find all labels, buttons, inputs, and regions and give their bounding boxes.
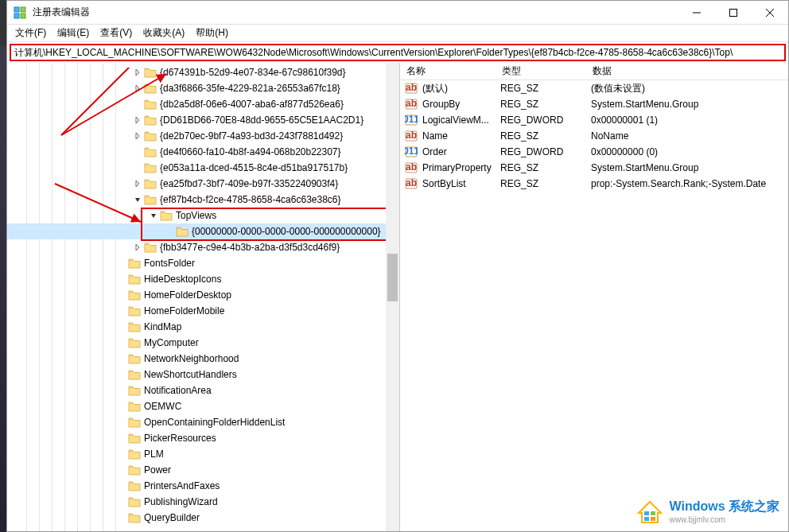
value-row[interactable]: abPrimaryPropertyREG_SZSystem.StartMenu.… bbox=[400, 160, 788, 176]
value-type: REG_DWORD bbox=[500, 115, 591, 126]
watermark-line1: Windows 系统之家 bbox=[669, 499, 779, 515]
tree-row[interactable]: {da3f6866-35fe-4229-821a-26553a67fc18} bbox=[7, 80, 399, 96]
value-type: REG_SZ bbox=[500, 178, 591, 189]
expander-icon[interactable] bbox=[133, 131, 142, 141]
expander-icon[interactable] bbox=[149, 211, 158, 220]
tree-row[interactable]: PLM bbox=[7, 446, 399, 462]
tree-row[interactable]: NetworkNeighborhood bbox=[7, 351, 399, 367]
tree-pane[interactable]: {d674391b-52d9-4e07-834e-67c98610f39d}{d… bbox=[7, 63, 400, 531]
window-title: 注册表编辑器 bbox=[33, 6, 678, 19]
tree-row[interactable]: {de4f0660-fa10-4b8f-a494-068b20b22307} bbox=[7, 144, 399, 160]
tree-label: {d674391b-52d9-4e07-834e-67c98610f39d} bbox=[160, 67, 346, 78]
registry-editor-window: 注册表编辑器 文件(F) 编辑(E) 查看(V) 收藏夹(A) 帮助(H) 计算… bbox=[6, 0, 789, 532]
close-icon bbox=[766, 9, 774, 17]
tree-row[interactable]: NotificationArea bbox=[7, 382, 399, 398]
value-row[interactable]: 011LogicalViewM...REG_DWORD0x00000001 (1… bbox=[400, 112, 788, 128]
tree-row[interactable]: KindMap bbox=[7, 319, 399, 335]
tree-row[interactable]: {00000000-0000-0000-0000-000000000000} bbox=[7, 223, 399, 239]
expander-icon[interactable] bbox=[133, 179, 142, 188]
value-name: Order bbox=[422, 146, 500, 157]
menu-file[interactable]: 文件(F) bbox=[15, 26, 46, 40]
tree-row[interactable]: {e053a11a-dced-4515-8c4e-d51ba917517b} bbox=[7, 160, 399, 176]
tree-row[interactable]: NewShortcutHandlers bbox=[7, 367, 399, 382]
value-name: (默认) bbox=[422, 82, 500, 95]
svg-text:ab: ab bbox=[406, 161, 417, 173]
watermark: Windows 系统之家 www.bjjmlv.com bbox=[635, 497, 779, 526]
value-row[interactable]: 011OrderREG_DWORD0x00000000 (0) bbox=[400, 144, 788, 160]
tree-label: {fbb3477e-c9e4-4b3b-a2ba-d3f5d3cd46f9} bbox=[160, 242, 340, 253]
tree-row[interactable]: {db2a5d8f-06e6-4007-aba6-af877d526ea6} bbox=[7, 96, 399, 112]
address-bar[interactable]: 计算机\HKEY_LOCAL_MACHINE\SOFTWARE\WOW6432N… bbox=[10, 44, 786, 61]
svg-rect-1 bbox=[21, 7, 25, 12]
menu-view[interactable]: 查看(V) bbox=[100, 26, 132, 40]
value-name: SortByList bbox=[422, 178, 500, 189]
expander-icon[interactable] bbox=[133, 243, 142, 252]
list-body[interactable]: ab(默认)REG_SZ(数值未设置)abGroupByREG_SZSystem… bbox=[400, 80, 788, 531]
tree-row[interactable]: {ea25fbd7-3bf7-409e-b97f-3352240903f4} bbox=[7, 176, 399, 192]
desktop-background-sliver bbox=[0, 46, 6, 532]
tree-row[interactable]: {ef87b4cb-f2ce-4785-8658-4ca6c63e38c6} bbox=[7, 192, 399, 208]
svg-rect-22 bbox=[651, 517, 655, 521]
value-name: PrimaryProperty bbox=[422, 162, 500, 173]
menu-edit[interactable]: 编辑(E) bbox=[57, 26, 89, 40]
tree-row[interactable]: Power bbox=[7, 462, 399, 478]
tree-row[interactable]: {DD61BD66-70E8-48dd-9655-65C5E1AAC2D1} bbox=[7, 112, 399, 128]
menubar: 文件(F) 编辑(E) 查看(V) 收藏夹(A) 帮助(H) bbox=[7, 25, 788, 42]
value-row[interactable]: abGroupByREG_SZSystem.StartMenu.Group bbox=[400, 96, 788, 112]
expander-icon[interactable] bbox=[133, 195, 142, 204]
value-row[interactable]: abNameREG_SZNoName bbox=[400, 128, 788, 144]
value-row[interactable]: abSortByListREG_SZprop:-System.Search.Ra… bbox=[400, 176, 788, 192]
menu-favorites[interactable]: 收藏夹(A) bbox=[143, 26, 185, 40]
tree-row[interactable]: MyComputer bbox=[7, 335, 399, 351]
tree-scrollbar[interactable] bbox=[386, 63, 399, 531]
tree-row[interactable]: TopViews bbox=[7, 208, 399, 223]
scrollbar-thumb[interactable] bbox=[387, 254, 398, 301]
value-type: REG_SZ bbox=[500, 83, 591, 94]
tree-row[interactable]: {de2b70ec-9bf7-4a93-bd3d-243f7881d492} bbox=[7, 128, 399, 144]
tree-row[interactable]: HideDesktopIcons bbox=[7, 271, 399, 287]
expander-icon[interactable] bbox=[133, 115, 142, 125]
tree-row[interactable]: HomeFolderMobile bbox=[7, 303, 399, 319]
svg-text:ab: ab bbox=[406, 130, 417, 141]
tree-label: NewShortcutHandlers bbox=[144, 369, 237, 380]
tree-row[interactable]: OEMWC bbox=[7, 398, 399, 414]
maximize-icon bbox=[729, 9, 737, 17]
tree-row[interactable]: PickerResources bbox=[7, 430, 399, 446]
value-data: System.StartMenu.Group bbox=[591, 99, 788, 110]
expander-icon[interactable] bbox=[133, 83, 142, 93]
value-data: prop:-System.Search.Rank;-System.Date bbox=[591, 178, 788, 189]
tree-row[interactable]: OpenContainingFolderHiddenList bbox=[7, 414, 399, 430]
tree-label: MyComputer bbox=[144, 337, 199, 348]
tree-row[interactable]: PrintersAndFaxes bbox=[7, 478, 399, 494]
col-header-data[interactable]: 数据 bbox=[586, 64, 788, 78]
menu-help[interactable]: 帮助(H) bbox=[196, 26, 228, 40]
tree-label: PrintersAndFaxes bbox=[144, 480, 220, 491]
minimize-button[interactable] bbox=[678, 1, 715, 25]
tree-row[interactable]: QueryBuilder bbox=[7, 510, 399, 526]
col-header-name[interactable]: 名称 bbox=[400, 64, 496, 78]
value-row[interactable]: ab(默认)REG_SZ(数值未设置) bbox=[400, 80, 788, 96]
col-header-type[interactable]: 类型 bbox=[496, 64, 586, 78]
tree-label: Power bbox=[144, 464, 171, 476]
expander-icon[interactable] bbox=[133, 68, 142, 77]
tree-label: HomeFolderDesktop bbox=[144, 289, 231, 301]
maximize-button[interactable] bbox=[715, 1, 752, 25]
tree-row[interactable]: FontsFolder bbox=[7, 255, 399, 271]
titlebar: 注册表编辑器 bbox=[7, 1, 788, 25]
values-pane: 名称 类型 数据 ab(默认)REG_SZ(数值未设置)abGroupByREG… bbox=[400, 63, 788, 531]
svg-rect-19 bbox=[644, 511, 649, 515]
svg-text:011: 011 bbox=[405, 114, 418, 125]
close-button[interactable] bbox=[752, 1, 788, 25]
tree-label: HomeFolderMobile bbox=[144, 305, 224, 316]
tree-label: {DD61BD66-70E8-48dd-9655-65C5E1AAC2D1} bbox=[160, 115, 363, 126]
value-type: REG_SZ bbox=[500, 130, 591, 142]
tree-row[interactable]: {fbb3477e-c9e4-4b3b-a2ba-d3f5d3cd46f9} bbox=[7, 239, 399, 255]
watermark-line2: www.bjjmlv.com bbox=[669, 515, 779, 524]
svg-text:011: 011 bbox=[405, 146, 418, 157]
svg-rect-20 bbox=[651, 511, 655, 515]
tree-row[interactable]: PublishingWizard bbox=[7, 494, 399, 510]
tree-label: PublishingWizard bbox=[144, 496, 218, 507]
tree-row[interactable]: {d674391b-52d9-4e07-834e-67c98610f39d} bbox=[7, 64, 399, 80]
tree-row[interactable]: HomeFolderDesktop bbox=[7, 287, 399, 303]
tree-label: {de4f0660-fa10-4b8f-a494-068b20b22307} bbox=[160, 146, 341, 157]
